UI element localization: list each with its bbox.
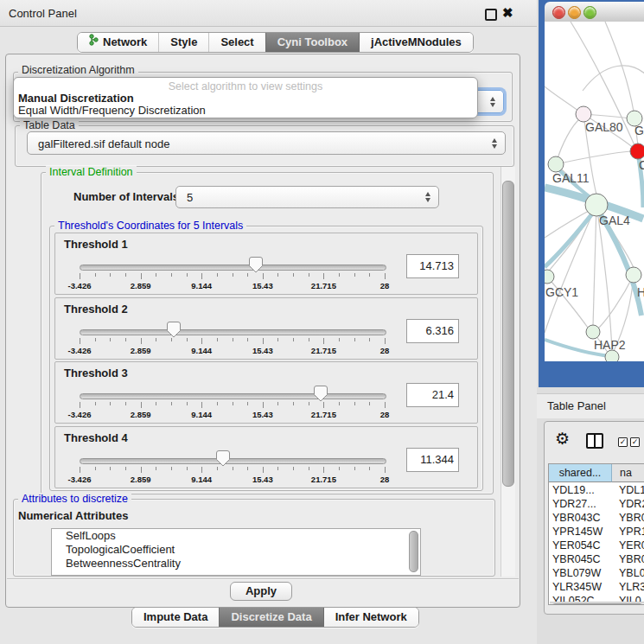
slider-thumb[interactable] [314,386,328,402]
table-data-combobox[interactable]: galFiltered.sif default node [27,131,506,155]
attribute-list-item[interactable]: BetweennessCentrality [52,557,420,571]
threshold-1-slider[interactable]: -3.4262.8599.14415.4321.71528 [80,256,385,292]
network-node[interactable] [545,270,554,284]
threshold-1-value-field[interactable]: 14.713 [406,254,459,278]
network-tree-icon [89,33,99,52]
tab-label: jActiveMNodules [371,33,462,52]
cyni-main-panel: Discretization Algorithm Select algorith… [5,54,520,608]
attribute-list-item[interactable]: TopologicalCoefficient [52,543,420,557]
threshold-3-value-field[interactable]: 21.4 [406,383,459,407]
number-of-intervals-label: Number of Intervals [73,190,179,203]
tab-impute-data[interactable]: Impute Data [132,608,219,627]
table-row[interactable]: YLR345WYLR3 [549,580,644,594]
table-row[interactable]: YIL052CYIL0 [549,594,644,602]
tab-label: Cyni Toolbox [277,33,348,52]
network-node[interactable] [630,143,644,159]
tab-style[interactable]: Style [158,33,208,52]
network-node[interactable] [605,350,619,361]
network-node[interactable] [548,156,564,172]
threshold-4-slider[interactable]: -3.4262.8599.14415.4321.71528 [80,450,385,486]
tab-jactivemnodules[interactable]: jActiveMNodules [359,33,473,52]
network-node[interactable] [586,325,600,339]
slider-tick-label: 28 [380,281,390,290]
table-data-title: Table Data [20,119,79,131]
network-node-label: GAL80 [585,120,623,134]
network-node-label: C [639,158,644,172]
slider-thumb[interactable] [167,322,181,338]
network-node-label: H [637,285,644,299]
tab-select[interactable]: Select [208,33,265,52]
threshold-2-value-field[interactable]: 6.316 [406,319,459,343]
slider-tick-label: 15.43 [252,410,273,419]
table-row[interactable]: YDR27...YDR2 [549,497,644,511]
slider-tick-label: 9.144 [191,281,212,290]
slider-track[interactable] [80,265,386,271]
threshold-4-value-field[interactable]: 11.344 [406,448,459,472]
network-node-label: GAL4 [599,214,630,227]
algorithm-dropdown-popup: Select algorithm to view settings Manual… [13,77,478,118]
tab-infer-network[interactable]: Infer Network [323,608,418,627]
discretization-algorithm-title: Discretization Algorithm [18,64,138,76]
checkbox-checked-icon[interactable]: ✓ [630,437,640,447]
checkbox-checked-icon[interactable]: ✓ [618,437,628,447]
column-header-name[interactable]: na [612,464,644,482]
table-row[interactable]: YBR043CYBR0 [549,511,644,525]
slider-track[interactable] [80,329,386,335]
table-hscrollbar-thumb[interactable] [552,603,643,605]
minimize-traffic-light-icon[interactable] [568,6,581,19]
divider [7,578,519,579]
interval-definition-title: Interval Definition [46,166,137,178]
column-layout-icon[interactable] [586,433,603,449]
slider-track[interactable] [80,393,386,399]
tab-label: Select [220,33,253,52]
top-tab-bar: Network Style Select Cyni Toolbox jActiv… [77,32,474,53]
table-row[interactable]: YPR145WYPR1 [549,525,644,539]
attribute-list-item[interactable]: SelfLoops [52,529,420,543]
network-node-label: GCY1 [545,285,578,299]
attributes-group-title: Attributes to discretize [18,493,131,505]
dropdown-option-equal-width[interactable]: Equal Width/Frequency Discretization [18,104,206,117]
slider-tick-label: 28 [380,346,390,355]
table-rows: YDL19...YDL1YDR27...YDR2YBR043CYBR0YPR14… [549,483,644,602]
network-canvas[interactable]: GAL80GACGAL11GAL4GCY1HHAP2 [545,22,644,361]
float-window-icon[interactable] [485,9,497,21]
network-window-titlebar[interactable] [545,2,644,22]
panel-title: Control Panel [9,7,77,20]
settings-scrollbar-thumb[interactable] [502,181,514,487]
tab-discretize-data[interactable]: Discretize Data [219,608,322,627]
table-row[interactable]: YDL19...YDL1 [549,483,644,497]
table-row[interactable]: YBR045CYBR0 [549,552,644,566]
slider-tick-label: -3.426 [68,475,92,484]
numerical-attributes-list[interactable]: SelfLoopsTopologicalCoefficientBetweenne… [51,528,421,576]
slider-tick-label: 15.43 [252,281,273,290]
slider-track[interactable] [80,458,386,464]
tab-network[interactable]: Network [78,33,158,52]
network-node[interactable] [626,267,641,283]
close-traffic-light-icon[interactable] [552,6,565,19]
slider-tick-label: 21.715 [311,281,336,290]
threshold-3-slider[interactable]: -3.4262.8599.14415.4321.71528 [80,385,385,421]
dropdown-option-manual[interactable]: Manual Discretization [18,92,134,105]
number-of-intervals-combobox[interactable]: 5 [175,186,439,208]
number-of-intervals-value: 5 [187,191,193,204]
tab-cyni-toolbox[interactable]: Cyni Toolbox [265,33,359,52]
close-icon[interactable]: ✖ [502,5,513,21]
column-header-shared[interactable]: shared... [549,464,612,482]
slider-tick-label: 15.43 [252,475,273,484]
table-row[interactable]: YBL079WYBL0 [549,566,644,580]
attributes-list-scrollbar-thumb[interactable] [409,531,418,572]
slider-thumb[interactable] [249,257,263,273]
slider-tick-label: 9.144 [191,475,212,484]
gear-icon[interactable]: ⚙ [555,429,570,449]
slider-thumb[interactable] [216,450,230,467]
slider-tick-label: -3.426 [68,281,92,290]
threshold-2-slider[interactable]: -3.4262.8599.14415.4321.71528 [80,321,385,357]
network-node-label: HAP2 [594,338,626,352]
slider-tick-label: -3.426 [68,410,92,419]
zoom-traffic-light-icon[interactable] [583,6,596,19]
combo-stepper-icon [490,96,496,108]
combo-stepper-icon [492,137,498,150]
table-data-value: galFiltered.sif default node [38,137,169,150]
apply-button[interactable]: Apply [230,582,292,601]
table-row[interactable]: YER054CYER0 [549,539,644,552]
